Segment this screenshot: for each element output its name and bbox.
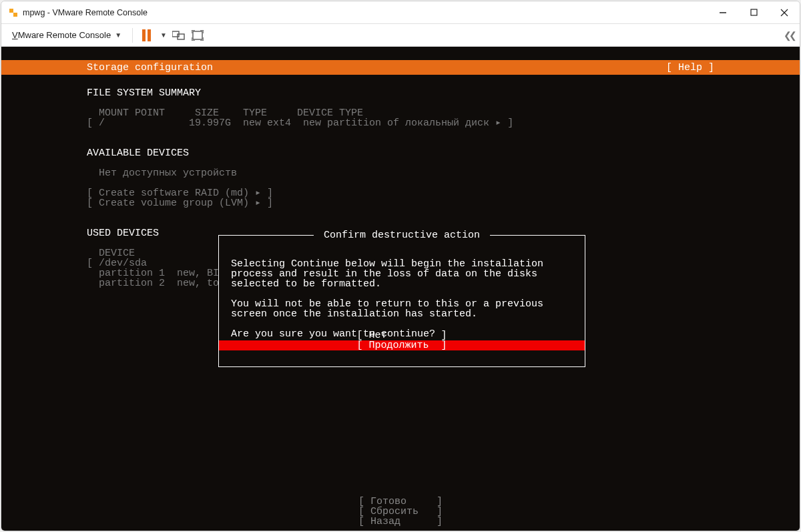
help-button[interactable]: [ Help ]: [666, 63, 714, 73]
svg-rect-1: [13, 13, 17, 17]
menu-item-raid[interactable]: [ Create software RAID (md) ▸ ]: [87, 188, 273, 198]
section-heading: FILE SYSTEM SUMMARY: [87, 88, 201, 98]
page-title: Storage configuration: [87, 63, 213, 73]
minimize-button[interactable]: [708, 1, 738, 24]
maximize-button[interactable]: [738, 1, 769, 24]
dialog-text: Selecting Continue below will begin the …: [231, 258, 549, 290]
close-button[interactable]: [769, 1, 800, 24]
svg-rect-8: [193, 31, 202, 39]
svg-rect-0: [9, 9, 13, 13]
toolbar-separator: [132, 28, 133, 43]
console-screen[interactable]: Storage configuration [ Help ] FILE SYST…: [1, 47, 800, 531]
collapse-toolbar-icon[interactable]: ❮❮: [784, 30, 794, 41]
fullscreen-icon[interactable]: [191, 29, 204, 42]
tui-header-bar: Storage configuration [ Help ]: [1, 60, 800, 75]
table-row[interactable]: partition 2 new, to: [87, 278, 219, 288]
menu-item-lvm[interactable]: [ Create volume group (LVM) ▸ ]: [87, 198, 273, 208]
no-button[interactable]: [ Нет ]: [219, 330, 585, 340]
window-title: mpwg - VMware Remote Console: [23, 8, 148, 17]
reset-button[interactable]: [ Сбросить ]: [1, 507, 800, 517]
table-header: MOUNT POINT SIZE TYPE DEVICE TYPE: [87, 108, 363, 118]
table-row[interactable]: [ / 19.997G new ext4 new partition of ло…: [87, 118, 513, 128]
section-heading: AVAILABLE DEVICES: [87, 148, 189, 158]
app-icon: [8, 7, 19, 18]
section-heading: USED DEVICES: [87, 228, 159, 238]
menu-label: Mware Remote Console: [18, 30, 111, 40]
svg-rect-3: [751, 9, 757, 15]
empty-state: Нет доступных устройств: [87, 168, 237, 178]
send-cad-icon[interactable]: [172, 29, 186, 42]
table-row[interactable]: partition 1 new, BIO: [87, 268, 225, 278]
chevron-down-icon: ▼: [115, 31, 121, 39]
pause-icon[interactable]: [142, 29, 151, 41]
dialog-text: You will not be able to return to this o…: [231, 298, 549, 320]
vmrc-toolbar: VMware Remote Console ▼ ▼ ❮❮: [1, 24, 800, 47]
done-button[interactable]: [ Готово ]: [1, 497, 800, 507]
chevron-down-icon[interactable]: ▼: [160, 31, 167, 39]
window-titlebar: mpwg - VMware Remote Console: [1, 1, 800, 24]
continue-button[interactable]: [ Продолжить ]: [219, 340, 585, 350]
table-header: DEVICE: [87, 248, 135, 258]
confirm-dialog: Confirm destructive action Selecting Con…: [218, 235, 585, 367]
footer-actions: [ Готово ] [ Сбросить ] [ Назад ]: [1, 497, 800, 527]
back-button[interactable]: [ Назад ]: [1, 517, 800, 527]
table-row[interactable]: [ /dev/sda: [87, 258, 147, 268]
vmrc-menu[interactable]: VMware Remote Console ▼: [9, 29, 124, 41]
menu-hotkey: V: [12, 30, 18, 40]
dialog-title: Confirm destructive action: [314, 230, 490, 240]
